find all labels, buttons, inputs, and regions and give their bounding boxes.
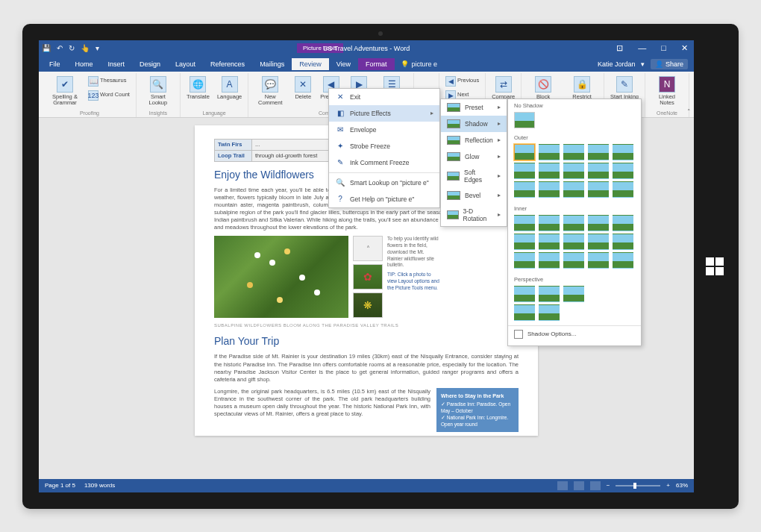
undo-icon[interactable]: ↶ bbox=[57, 44, 63, 52]
shadow-swatch[interactable] bbox=[514, 215, 535, 231]
shadow-swatch[interactable] bbox=[514, 304, 535, 321]
fx-bevel[interactable]: Bevel▸ bbox=[441, 187, 507, 204]
thumbnail-yellow-flower[interactable] bbox=[353, 292, 383, 318]
shadow-swatch[interactable] bbox=[514, 163, 535, 179]
wordcount-button[interactable]: 123Word Count bbox=[87, 89, 131, 102]
collapse-ribbon-icon[interactable]: ˄ bbox=[687, 108, 691, 116]
tab-home[interactable]: Home bbox=[68, 58, 101, 70]
spelling-button[interactable]: ✔Spelling & Grammar bbox=[48, 75, 82, 108]
tab-mailings[interactable]: Mailings bbox=[252, 58, 292, 70]
tellme-exit[interactable]: ✕Exit bbox=[329, 89, 439, 105]
tab-insert[interactable]: Insert bbox=[101, 58, 133, 70]
linked-notes-button[interactable]: NLinked Notes bbox=[650, 75, 684, 108]
shadow-swatch[interactable] bbox=[563, 286, 584, 302]
fx-3drotation[interactable]: 3-D Rotation▸ bbox=[441, 204, 507, 226]
shadow-swatch[interactable] bbox=[539, 215, 560, 231]
user-chevron-icon[interactable]: ▾ bbox=[641, 60, 645, 68]
shadow-swatch[interactable] bbox=[539, 304, 560, 321]
shadow-swatch[interactable] bbox=[563, 181, 584, 198]
shadow-swatch[interactable] bbox=[539, 144, 560, 160]
tab-format[interactable]: Format bbox=[358, 58, 395, 70]
shadow-swatch[interactable] bbox=[613, 181, 633, 198]
tell-me-input[interactable] bbox=[412, 60, 457, 68]
prev-change-button[interactable]: ◀Previous bbox=[444, 75, 480, 88]
shadow-swatch[interactable] bbox=[613, 163, 633, 179]
shadow-swatch[interactable] bbox=[514, 252, 535, 269]
shadow-swatch[interactable] bbox=[588, 144, 609, 160]
tab-file[interactable]: File bbox=[42, 58, 68, 70]
zoom-level[interactable]: 63% bbox=[676, 482, 688, 489]
shadow-options[interactable]: Shadow Options... bbox=[508, 325, 641, 342]
shadow-swatch[interactable] bbox=[613, 234, 633, 250]
shadow-swatch[interactable] bbox=[539, 234, 560, 250]
page-indicator[interactable]: Page 1 of 5 bbox=[45, 482, 75, 489]
maximize-button[interactable]: □ bbox=[658, 43, 669, 53]
zoom-out-button[interactable]: − bbox=[607, 482, 610, 489]
new-comment-button[interactable]: 💬New Comment bbox=[253, 75, 287, 108]
fx-preset[interactable]: Preset▸ bbox=[441, 99, 507, 116]
shadow-swatch[interactable] bbox=[588, 234, 609, 250]
smartlookup-button[interactable]: 🔍Smart Lookup bbox=[141, 75, 175, 108]
shadow-swatch[interactable] bbox=[613, 144, 633, 160]
shadow-swatch[interactable] bbox=[563, 252, 584, 269]
shadow-swatch[interactable] bbox=[613, 215, 633, 231]
windows-button[interactable] bbox=[706, 257, 724, 275]
shadow-swatch[interactable] bbox=[539, 181, 560, 198]
tell-me-box[interactable]: 💡 bbox=[401, 60, 457, 68]
shadow-swatch[interactable] bbox=[539, 163, 560, 179]
shadow-swatch[interactable] bbox=[514, 144, 535, 160]
language-button[interactable]: ALanguage bbox=[216, 75, 243, 101]
fx-glow[interactable]: Glow▸ bbox=[441, 148, 507, 165]
minimize-button[interactable]: — bbox=[635, 43, 649, 53]
share-button[interactable]: 👤 Share bbox=[651, 59, 688, 69]
redo-icon[interactable]: ↻ bbox=[69, 44, 75, 52]
shadow-swatch[interactable] bbox=[588, 252, 609, 269]
read-mode-button[interactable] bbox=[557, 481, 568, 490]
shadow-swatch[interactable] bbox=[563, 234, 584, 250]
shadow-swatch[interactable] bbox=[563, 215, 584, 231]
tellme-picture-effects[interactable]: ◧Picture Effects▸ bbox=[329, 105, 439, 122]
no-shadow-swatch[interactable] bbox=[514, 112, 535, 128]
shadow-swatch[interactable] bbox=[588, 181, 609, 198]
shadow-swatch[interactable] bbox=[514, 286, 535, 302]
main-wildflower-image[interactable] bbox=[214, 236, 348, 318]
word-count[interactable]: 1309 words bbox=[84, 482, 115, 489]
shadow-swatch[interactable] bbox=[563, 144, 584, 160]
thumbnail-red-flower[interactable] bbox=[353, 264, 383, 290]
shadow-swatch[interactable] bbox=[613, 252, 633, 269]
tab-references[interactable]: References bbox=[203, 58, 252, 70]
shadow-swatch[interactable] bbox=[588, 163, 609, 179]
translate-button[interactable]: 🌐Translate bbox=[185, 75, 211, 101]
shadow-swatch[interactable] bbox=[514, 181, 535, 198]
user-name[interactable]: Katie Jordan bbox=[598, 60, 636, 68]
delete-comment-button[interactable]: ✕Delete bbox=[292, 75, 314, 101]
print-layout-button[interactable] bbox=[574, 481, 584, 490]
close-button[interactable]: ✕ bbox=[678, 43, 691, 53]
shadow-swatch[interactable] bbox=[588, 215, 609, 231]
touch-mode-icon[interactable]: 👆 bbox=[81, 44, 90, 52]
tellme-smart-lookup[interactable]: 🔍Smart Lookup on "picture e" bbox=[329, 175, 439, 191]
save-icon[interactable]: 💾 bbox=[42, 44, 51, 52]
scroll-up-icon[interactable]: ˄ bbox=[353, 236, 383, 261]
fx-shadow[interactable]: Shadow▸ bbox=[441, 116, 507, 132]
thesaurus-button[interactable]: 📖Thesaurus bbox=[87, 75, 131, 88]
shadow-swatch[interactable] bbox=[514, 234, 535, 250]
shadow-swatch[interactable] bbox=[539, 252, 560, 269]
fx-softedges[interactable]: Soft Edges▸ bbox=[441, 165, 507, 187]
ribbon-options-icon[interactable]: ⊡ bbox=[613, 43, 626, 53]
start-inking-button[interactable]: ✎Start Inking bbox=[609, 75, 640, 101]
tab-view[interactable]: View bbox=[329, 58, 358, 70]
web-layout-button[interactable] bbox=[590, 481, 601, 490]
zoom-slider[interactable] bbox=[616, 485, 660, 486]
tellme-envelope[interactable]: ✉Envelope bbox=[329, 122, 439, 138]
tab-layout[interactable]: Layout bbox=[168, 58, 203, 70]
shadow-swatch[interactable] bbox=[563, 163, 584, 179]
tab-review[interactable]: Review bbox=[292, 58, 329, 70]
zoom-in-button[interactable]: + bbox=[666, 482, 670, 489]
tellme-get-help[interactable]: ?Get Help on "picture e" bbox=[329, 191, 439, 207]
tellme-ink-comment[interactable]: ✎Ink Comment Freeze bbox=[329, 154, 439, 171]
fx-reflection[interactable]: Reflection▸ bbox=[441, 132, 507, 148]
shadow-swatch[interactable] bbox=[539, 286, 560, 302]
compare-button[interactable]: ⇄Compare bbox=[490, 75, 516, 101]
tab-design[interactable]: Design bbox=[132, 58, 168, 70]
